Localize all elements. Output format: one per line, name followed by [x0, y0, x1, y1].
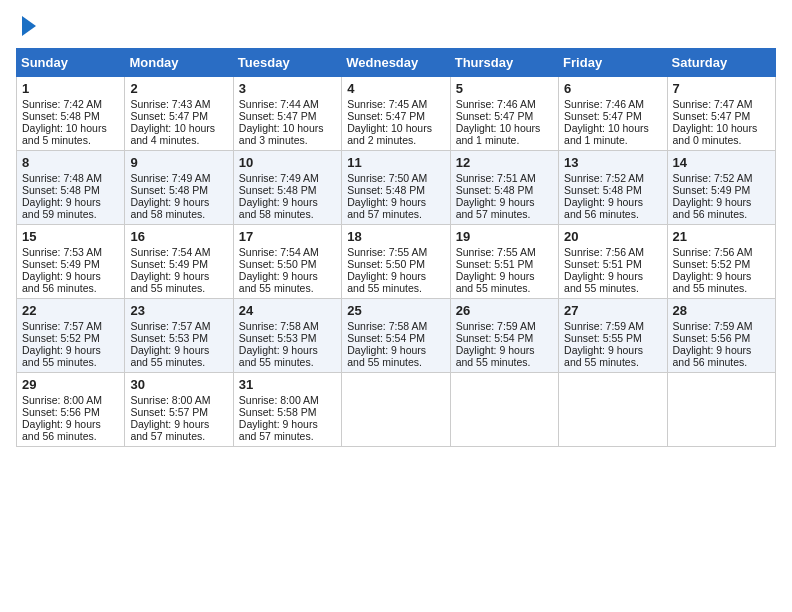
- calendar-week-1: 1Sunrise: 7:42 AMSunset: 5:48 PMDaylight…: [17, 77, 776, 151]
- calendar-cell: 22Sunrise: 7:57 AMSunset: 5:52 PMDayligh…: [17, 299, 125, 373]
- logo: [16, 16, 36, 36]
- calendar-cell: 16Sunrise: 7:54 AMSunset: 5:49 PMDayligh…: [125, 225, 233, 299]
- calendar-cell: 12Sunrise: 7:51 AMSunset: 5:48 PMDayligh…: [450, 151, 558, 225]
- daylight-label: Daylight: 9 hours and 55 minutes.: [347, 270, 426, 294]
- sunset-text: Sunset: 5:48 PM: [456, 184, 534, 196]
- sunset-text: Sunset: 5:54 PM: [456, 332, 534, 344]
- sunrise-text: Sunrise: 7:52 AM: [673, 172, 753, 184]
- calendar-week-2: 8Sunrise: 7:48 AMSunset: 5:48 PMDaylight…: [17, 151, 776, 225]
- sunset-text: Sunset: 5:56 PM: [673, 332, 751, 344]
- sunrise-text: Sunrise: 7:52 AM: [564, 172, 644, 184]
- calendar-week-3: 15Sunrise: 7:53 AMSunset: 5:49 PMDayligh…: [17, 225, 776, 299]
- day-number: 13: [564, 155, 661, 170]
- page-header: [16, 16, 776, 36]
- day-number: 26: [456, 303, 553, 318]
- calendar-cell: 25Sunrise: 7:58 AMSunset: 5:54 PMDayligh…: [342, 299, 450, 373]
- calendar-cell: 17Sunrise: 7:54 AMSunset: 5:50 PMDayligh…: [233, 225, 341, 299]
- sunrise-text: Sunrise: 8:00 AM: [22, 394, 102, 406]
- sunset-text: Sunset: 5:48 PM: [22, 184, 100, 196]
- calendar-cell: 20Sunrise: 7:56 AMSunset: 5:51 PMDayligh…: [559, 225, 667, 299]
- sunrise-text: Sunrise: 7:55 AM: [347, 246, 427, 258]
- day-number: 15: [22, 229, 119, 244]
- sunset-text: Sunset: 5:50 PM: [239, 258, 317, 270]
- sunrise-text: Sunrise: 7:56 AM: [673, 246, 753, 258]
- daylight-label: Daylight: 9 hours and 57 minutes.: [456, 196, 535, 220]
- sunset-text: Sunset: 5:57 PM: [130, 406, 208, 418]
- sunrise-text: Sunrise: 7:42 AM: [22, 98, 102, 110]
- calendar-week-4: 22Sunrise: 7:57 AMSunset: 5:52 PMDayligh…: [17, 299, 776, 373]
- daylight-label: Daylight: 9 hours and 56 minutes.: [22, 418, 101, 442]
- daylight-label: Daylight: 9 hours and 55 minutes.: [564, 270, 643, 294]
- sunrise-text: Sunrise: 7:47 AM: [673, 98, 753, 110]
- sunrise-text: Sunrise: 7:49 AM: [239, 172, 319, 184]
- calendar-cell: 19Sunrise: 7:55 AMSunset: 5:51 PMDayligh…: [450, 225, 558, 299]
- sunset-text: Sunset: 5:53 PM: [239, 332, 317, 344]
- sunset-text: Sunset: 5:47 PM: [564, 110, 642, 122]
- sunset-text: Sunset: 5:54 PM: [347, 332, 425, 344]
- calendar-header-wednesday: Wednesday: [342, 49, 450, 77]
- sunset-text: Sunset: 5:47 PM: [456, 110, 534, 122]
- calendar-cell: 7Sunrise: 7:47 AMSunset: 5:47 PMDaylight…: [667, 77, 775, 151]
- day-number: 25: [347, 303, 444, 318]
- sunset-text: Sunset: 5:52 PM: [673, 258, 751, 270]
- daylight-label: Daylight: 9 hours and 55 minutes.: [239, 270, 318, 294]
- sunset-text: Sunset: 5:58 PM: [239, 406, 317, 418]
- day-number: 30: [130, 377, 227, 392]
- calendar-cell: 9Sunrise: 7:49 AMSunset: 5:48 PMDaylight…: [125, 151, 233, 225]
- calendar-cell: 11Sunrise: 7:50 AMSunset: 5:48 PMDayligh…: [342, 151, 450, 225]
- sunset-text: Sunset: 5:47 PM: [673, 110, 751, 122]
- sunrise-text: Sunrise: 7:46 AM: [564, 98, 644, 110]
- daylight-label: Daylight: 9 hours and 56 minutes.: [673, 344, 752, 368]
- sunset-text: Sunset: 5:56 PM: [22, 406, 100, 418]
- day-number: 27: [564, 303, 661, 318]
- sunset-text: Sunset: 5:49 PM: [130, 258, 208, 270]
- sunset-text: Sunset: 5:48 PM: [130, 184, 208, 196]
- sunrise-text: Sunrise: 7:55 AM: [456, 246, 536, 258]
- day-number: 20: [564, 229, 661, 244]
- sunrise-text: Sunrise: 7:59 AM: [673, 320, 753, 332]
- daylight-label: Daylight: 9 hours and 55 minutes.: [22, 344, 101, 368]
- day-number: 19: [456, 229, 553, 244]
- calendar-week-5: 29Sunrise: 8:00 AMSunset: 5:56 PMDayligh…: [17, 373, 776, 447]
- day-number: 12: [456, 155, 553, 170]
- sunrise-text: Sunrise: 8:00 AM: [239, 394, 319, 406]
- day-number: 1: [22, 81, 119, 96]
- calendar-table: SundayMondayTuesdayWednesdayThursdayFrid…: [16, 48, 776, 447]
- day-number: 6: [564, 81, 661, 96]
- day-number: 29: [22, 377, 119, 392]
- calendar-header-tuesday: Tuesday: [233, 49, 341, 77]
- day-number: 11: [347, 155, 444, 170]
- calendar-cell: 10Sunrise: 7:49 AMSunset: 5:48 PMDayligh…: [233, 151, 341, 225]
- day-number: 10: [239, 155, 336, 170]
- day-number: 2: [130, 81, 227, 96]
- day-number: 9: [130, 155, 227, 170]
- sunrise-text: Sunrise: 7:58 AM: [347, 320, 427, 332]
- daylight-label: Daylight: 9 hours and 56 minutes.: [673, 196, 752, 220]
- daylight-label: Daylight: 9 hours and 55 minutes.: [347, 344, 426, 368]
- sunrise-text: Sunrise: 7:50 AM: [347, 172, 427, 184]
- calendar-cell: [450, 373, 558, 447]
- calendar-header-sunday: Sunday: [17, 49, 125, 77]
- sunrise-text: Sunrise: 7:57 AM: [130, 320, 210, 332]
- daylight-label: Daylight: 10 hours and 1 minute.: [456, 122, 541, 146]
- sunrise-text: Sunrise: 7:54 AM: [130, 246, 210, 258]
- sunrise-text: Sunrise: 7:57 AM: [22, 320, 102, 332]
- daylight-label: Daylight: 9 hours and 56 minutes.: [22, 270, 101, 294]
- sunrise-text: Sunrise: 8:00 AM: [130, 394, 210, 406]
- calendar-header-saturday: Saturday: [667, 49, 775, 77]
- daylight-label: Daylight: 10 hours and 1 minute.: [564, 122, 649, 146]
- sunset-text: Sunset: 5:48 PM: [564, 184, 642, 196]
- day-number: 21: [673, 229, 770, 244]
- daylight-label: Daylight: 9 hours and 57 minutes.: [130, 418, 209, 442]
- sunset-text: Sunset: 5:47 PM: [347, 110, 425, 122]
- day-number: 7: [673, 81, 770, 96]
- day-number: 28: [673, 303, 770, 318]
- calendar-cell: 3Sunrise: 7:44 AMSunset: 5:47 PMDaylight…: [233, 77, 341, 151]
- calendar-cell: 26Sunrise: 7:59 AMSunset: 5:54 PMDayligh…: [450, 299, 558, 373]
- sunset-text: Sunset: 5:52 PM: [22, 332, 100, 344]
- daylight-label: Daylight: 10 hours and 3 minutes.: [239, 122, 324, 146]
- day-number: 24: [239, 303, 336, 318]
- day-number: 23: [130, 303, 227, 318]
- calendar-header-row: SundayMondayTuesdayWednesdayThursdayFrid…: [17, 49, 776, 77]
- calendar-cell: 21Sunrise: 7:56 AMSunset: 5:52 PMDayligh…: [667, 225, 775, 299]
